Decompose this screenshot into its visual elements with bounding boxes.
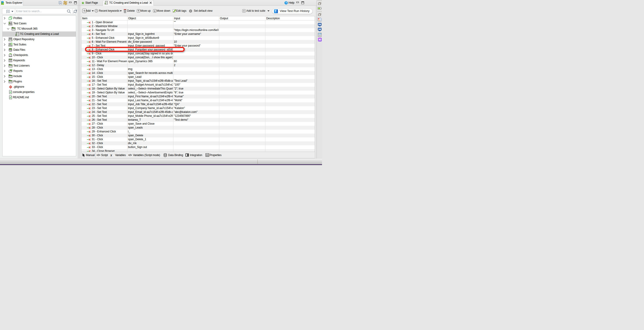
svg-text:?: ? xyxy=(285,2,287,4)
svg-text:LOG: LOG xyxy=(318,33,321,35)
svg-text:SELF-HEALING: SELF-HEALING xyxy=(318,39,322,40)
